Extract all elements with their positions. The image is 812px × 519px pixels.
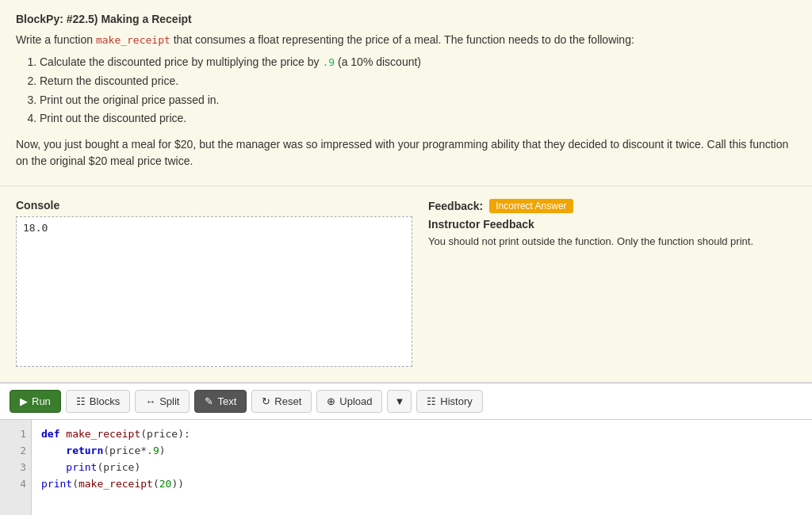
description-intro: Write a function make_receipt that consu… [16,32,796,48]
line-num-4: 4 [5,476,26,493]
text-button[interactable]: ✎ Text [194,390,247,413]
blocks-label: Blocks [90,395,120,407]
code-line-2: return(price*.9) [41,443,802,460]
page-title: BlockPy: #22.5) Making a Receipt [16,13,796,25]
code-editor: 1 2 3 4 def make_receipt(price): return(… [0,420,812,515]
step-4: Print out the discounted price. [40,109,796,128]
blocks-icon: ☷ [76,395,86,407]
upload-button[interactable]: ⊕ Upload [316,390,382,413]
reset-button[interactable]: ↻ Reset [251,390,312,413]
feedback-badge: Incorrect Answer [489,199,573,213]
history-label: History [440,395,472,407]
history-button[interactable]: ☷ History [416,390,482,413]
text-icon: ✎ [205,395,213,407]
text-label: Text [217,395,236,407]
reset-label: Reset [274,395,301,407]
history-icon: ☷ [427,395,436,407]
step-2: Return the discounted price. [40,72,796,91]
instructor-feedback-title: Instructor Feedback [428,218,796,231]
main-content: Console 18.0 Feedback: Incorrect Answer … [0,186,812,383]
line-num-1: 1 [5,426,26,443]
upload-icon: ⊕ [327,395,335,407]
function-name-inline: make_receipt [96,34,170,46]
feedback-header: Feedback: Incorrect Answer [428,199,796,213]
run-button[interactable]: ▶ Run [10,390,61,413]
intro-text: Write a function [16,33,93,46]
blocks-button[interactable]: ☷ Blocks [66,390,130,413]
split-button[interactable]: ↔ Split [135,390,190,413]
feedback-label: Feedback: [428,200,483,212]
console-label: Console [16,199,412,212]
step1-code: .9 [322,56,335,68]
console-output[interactable]: 18.0 [16,216,412,367]
line-num-3: 3 [5,460,26,476]
description-area: BlockPy: #22.5) Making a Receipt Write a… [0,0,812,186]
steps-list: Calculate the discounted price by multip… [40,53,796,128]
instructor-feedback-text: You should not print outside the functio… [428,234,796,250]
step-3: Print out the original price passed in. [40,91,796,110]
upload-dropdown[interactable]: ▼ [387,390,412,413]
split-icon: ↔ [145,395,155,407]
reset-icon: ↻ [262,395,270,407]
run-icon: ▶ [20,395,28,407]
run-label: Run [32,395,51,407]
toolbar: ▶ Run ☷ Blocks ↔ Split ✎ Text ↻ Reset ⊕ … [0,383,812,420]
line-numbers: 1 2 3 4 [0,420,32,515]
feedback-section: Feedback: Incorrect Answer Instructor Fe… [428,199,796,369]
intro-cont-text: that consumes a float representing the p… [174,33,634,46]
console-section: Console 18.0 [16,199,412,369]
code-line-4: print(make_receipt(20)) [41,476,802,493]
upload-label: Upload [339,395,372,407]
followup-text: Now, you just bought a meal for $20, but… [16,136,796,170]
line-num-2: 2 [5,443,26,460]
code-line-3: print(price) [41,460,802,476]
split-label: Split [159,395,179,407]
step-1: Calculate the discounted price by multip… [40,53,796,72]
code-line-1: def make_receipt(price): [41,426,802,443]
code-content[interactable]: def make_receipt(price): return(price*.9… [32,420,812,515]
